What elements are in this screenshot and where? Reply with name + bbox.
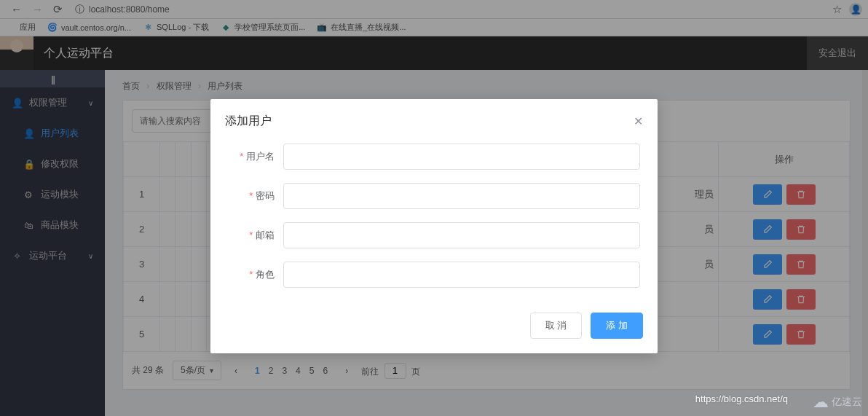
label-role: 角色	[228, 268, 275, 281]
watermark: ☁ 亿速云	[813, 393, 862, 412]
modal-overlay[interactable]: 添加用户 ✕ 用户名 密码 邮箱 角色 取 消 添 加	[0, 0, 868, 416]
cancel-button[interactable]: 取 消	[530, 313, 583, 339]
input-email[interactable]	[283, 222, 640, 248]
input-role[interactable]	[283, 262, 640, 288]
label-email: 邮箱	[228, 229, 275, 242]
cloud-icon: ☁	[813, 393, 829, 412]
close-icon[interactable]: ✕	[634, 114, 643, 128]
label-password: 密码	[228, 189, 275, 203]
dialog-title: 添加用户	[225, 114, 634, 129]
input-username[interactable]	[283, 144, 640, 170]
watermark-url: https://blog.csdn.net/q	[695, 393, 788, 404]
submit-button[interactable]: 添 加	[591, 313, 643, 339]
input-password[interactable]	[283, 183, 640, 209]
label-username: 用户名	[228, 150, 275, 163]
add-user-dialog: 添加用户 ✕ 用户名 密码 邮箱 角色 取 消 添 加	[210, 99, 658, 353]
watermark-text: 亿速云	[832, 396, 862, 409]
